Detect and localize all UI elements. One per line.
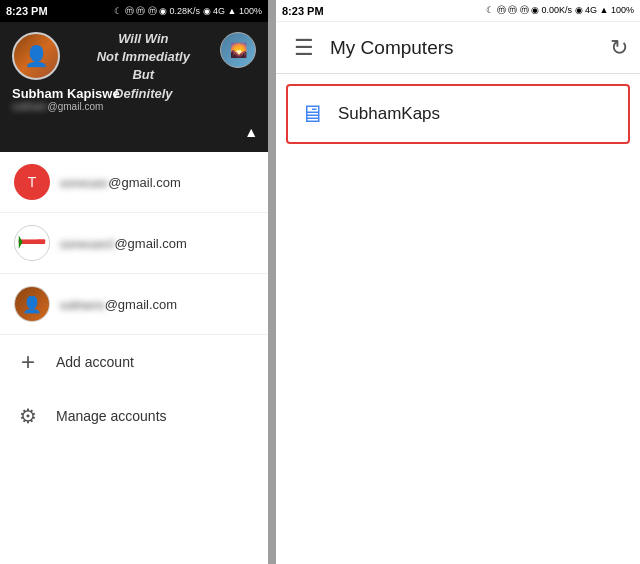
add-account-label: Add account — [56, 354, 134, 370]
account-email-1: someuser@gmail.com — [60, 175, 254, 190]
plus-icon: + — [14, 348, 42, 376]
time-right: 8:23 PM — [282, 5, 324, 17]
account-item[interactable]: someuser2@gmail.com — [0, 213, 268, 274]
left-panel: 8:23 PM ☾ ⓜ ⓜ ⓜ ◉ 0.28K/s ◉ 4G ▲ 100% Wi… — [0, 0, 268, 564]
network-icons-right: ☾ ⓜ ⓜ ⓜ ◉ 0.00K/s ◉ 4G ▲ 100% — [486, 4, 634, 17]
account-icon-2 — [14, 225, 50, 261]
computer-item[interactable]: 🖥 SubhamKaps — [286, 84, 630, 144]
app-bar: ☰ My Computers ↻ — [276, 22, 640, 74]
account-list: T someuser@gmail.com someuser2@gmail.com… — [0, 152, 268, 564]
profile-name: Subham Kapiswe — [12, 86, 256, 101]
account-icon-1: T — [14, 164, 50, 200]
computer-list: 🖥 SubhamKaps — [276, 74, 640, 564]
avatar-small: 🌄 — [220, 32, 256, 68]
account-email-2: someuser2@gmail.com — [60, 236, 254, 251]
monitor-icon: 🖥 — [300, 100, 324, 128]
account-email-3: subhams@gmail.com — [60, 297, 254, 312]
profile-arrow-icon[interactable]: ▲ — [244, 124, 258, 140]
manage-accounts-item[interactable]: ⚙ Manage accounts — [0, 389, 268, 443]
svg-rect-2 — [19, 235, 38, 239]
status-icons-left: ☾ ⓜ ⓜ ⓜ ◉ 0.28K/s ◉ 4G ▲ 100% — [114, 5, 262, 18]
profile-email: subham@gmail.com — [12, 101, 256, 112]
status-icons-right: ☾ ⓜ ⓜ ⓜ ◉ 0.00K/s ◉ 4G ▲ 100% — [486, 4, 634, 17]
right-panel: 8:23 PM ☾ ⓜ ⓜ ⓜ ◉ 0.00K/s ◉ 4G ▲ 100% ☰ … — [276, 0, 640, 564]
add-account-item[interactable]: + Add account — [0, 335, 268, 389]
avatar-main: 👤 — [12, 32, 60, 80]
page-title: My Computers — [330, 37, 594, 59]
status-bar-right: 8:23 PM ☾ ⓜ ⓜ ⓜ ◉ 0.00K/s ◉ 4G ▲ 100% — [276, 0, 640, 22]
svg-rect-1 — [19, 239, 45, 244]
status-bar-left: 8:23 PM ☾ ⓜ ⓜ ⓜ ◉ 0.28K/s ◉ 4G ▲ 100% — [0, 0, 268, 22]
panel-divider — [268, 0, 276, 564]
refresh-icon[interactable]: ↻ — [606, 31, 632, 65]
account-icon-3: 👤 — [14, 286, 50, 322]
manage-accounts-label: Manage accounts — [56, 408, 167, 424]
account-item[interactable]: T someuser@gmail.com — [0, 152, 268, 213]
computer-name: SubhamKaps — [338, 104, 440, 124]
network-icons-left: ☾ ⓜ ⓜ ⓜ ◉ 0.28K/s ◉ 4G ▲ 100% — [114, 5, 262, 18]
account-item[interactable]: 👤 subhams@gmail.com — [0, 274, 268, 335]
profile-header: Will Win Not Immediatly But Definitely 👤… — [0, 22, 268, 152]
hamburger-menu-icon[interactable]: ☰ — [290, 31, 318, 65]
time-left: 8:23 PM — [6, 5, 48, 17]
profile-top-row: 👤 🌄 — [12, 32, 256, 80]
gear-icon: ⚙ — [14, 402, 42, 430]
